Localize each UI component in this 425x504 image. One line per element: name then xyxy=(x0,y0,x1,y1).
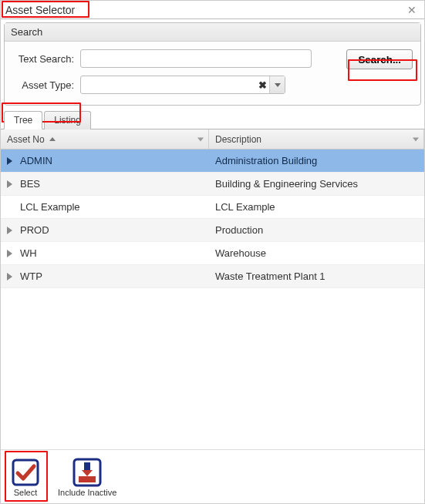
table-row[interactable]: WTPWaste Treatment Plant 1 xyxy=(1,265,424,288)
grid-header: Asset No Description xyxy=(1,129,424,150)
table-row[interactable]: ADMINAdministration Building xyxy=(1,150,424,173)
table-row[interactable]: WHWarehouse xyxy=(1,242,424,265)
description-cell: Production xyxy=(209,224,424,236)
search-button[interactable]: Search... xyxy=(346,49,413,69)
select-label: Select xyxy=(14,488,38,497)
asset-no-cell: PROD xyxy=(20,224,49,236)
close-icon[interactable]: ✕ xyxy=(404,4,420,16)
asset-no-cell: ADMIN xyxy=(20,155,52,166)
svg-rect-3 xyxy=(79,476,96,482)
tab-tree[interactable]: Tree xyxy=(4,111,42,129)
grid-body: ADMINAdministration BuildingBESBuilding … xyxy=(1,150,424,288)
search-panel: Search Text Search: Asset Type: ✖ Search… xyxy=(4,22,421,106)
expand-icon[interactable] xyxy=(7,250,12,257)
asset-type-label: Asset Type: xyxy=(12,79,80,91)
description-cell: Warehouse xyxy=(209,247,424,259)
description-cell: LCL Example xyxy=(209,201,424,213)
description-cell: Administration Building xyxy=(209,155,424,166)
asset-no-cell: WTP xyxy=(20,270,42,282)
tab-listing[interactable]: Listing xyxy=(44,111,91,129)
title-bar: Asset Selector ✕ xyxy=(1,1,424,19)
table-row[interactable]: BESBuilding & Engineering Services xyxy=(1,173,424,196)
column-header-asset-no[interactable]: Asset No xyxy=(1,129,209,149)
expand-icon[interactable] xyxy=(7,227,12,234)
sort-asc-icon xyxy=(49,137,56,141)
search-panel-header: Search xyxy=(5,23,420,42)
asset-no-cell: WH xyxy=(20,247,37,259)
tabs: Tree Listing xyxy=(1,110,424,129)
include-inactive-icon xyxy=(72,457,103,488)
asset-no-cell: BES xyxy=(20,178,40,190)
text-search-label: Text Search: xyxy=(12,53,80,65)
description-cell: Waste Treatment Plant 1 xyxy=(209,270,424,282)
asset-no-cell: LCL Example xyxy=(20,201,80,213)
expand-icon[interactable] xyxy=(7,273,12,281)
table-row[interactable]: PRODProduction xyxy=(1,219,424,242)
column-menu-icon[interactable] xyxy=(413,137,419,141)
text-search-input[interactable] xyxy=(80,49,312,68)
expand-icon[interactable] xyxy=(7,180,12,188)
asset-grid: Asset No Description ADMINAdministration… xyxy=(1,129,424,288)
description-cell: Building & Engineering Services xyxy=(209,178,424,190)
chevron-down-icon[interactable] xyxy=(269,76,285,93)
expand-icon[interactable] xyxy=(7,157,12,165)
svg-marker-0 xyxy=(275,83,281,87)
clear-icon[interactable]: ✖ xyxy=(255,79,269,91)
window-title: Asset Selector xyxy=(4,4,76,16)
include-inactive-button[interactable]: Include Inactive xyxy=(56,455,118,499)
column-header-description[interactable]: Description xyxy=(209,129,424,149)
action-bar: Select Include Inactive xyxy=(1,449,424,503)
expand-placeholder xyxy=(7,203,12,211)
select-icon xyxy=(10,457,41,488)
svg-rect-4 xyxy=(84,462,90,470)
include-inactive-label: Include Inactive xyxy=(58,488,116,497)
table-row[interactable]: LCL ExampleLCL Example xyxy=(1,196,424,219)
column-menu-icon[interactable] xyxy=(197,137,204,141)
asset-type-combo[interactable]: ✖ xyxy=(80,76,285,94)
select-button[interactable]: Select xyxy=(8,455,42,499)
